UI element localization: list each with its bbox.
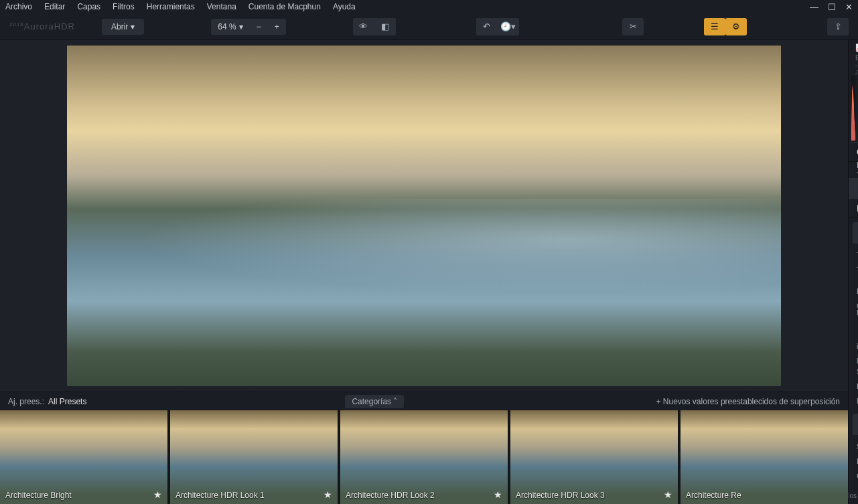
zoom-in-button[interactable]: + — [268, 19, 286, 35]
open-button[interactable]: Abrir ▾ — [102, 19, 144, 35]
image-canvas[interactable] — [67, 46, 781, 386]
filter-group-color[interactable]: Color — [853, 414, 858, 435]
layers-section-head: CAPAS —+ — [849, 142, 858, 162]
preset-item[interactable]: Architecture Re — [681, 410, 848, 504]
menu-tools[interactable]: Herramientas — [147, 2, 195, 11]
right-panel: 📈 ◇ ⓘ 2900 x 1732px | 32-bit EV -2,3,...… — [848, 40, 858, 504]
presets-set[interactable]: All Presets — [48, 397, 86, 406]
export-icon[interactable]: ⇪ — [827, 18, 849, 35]
star-icon[interactable]: ★ — [324, 489, 332, 500]
histogram-icon[interactable]: 📈 — [855, 44, 858, 52]
menu-bar: Archivo Editar Capas Filtros Herramienta… — [0, 0, 858, 13]
filters-section-head: FILTROS ⛶ ↻ Restaurar todo — [849, 198, 858, 218]
preview-icon[interactable]: 👁 — [353, 18, 374, 35]
image-metadata: EV -2,3,...,-0,3,...,+1,7|3 img|ISO 100|… — [849, 55, 858, 68]
presets-panel-icon[interactable]: ☰ — [704, 18, 725, 35]
window-close-icon[interactable]: ✕ — [845, 2, 853, 12]
menu-window[interactable]: Ventana — [207, 2, 236, 11]
presets-row: Architecture Bright★ Architecture HDR Lo… — [0, 410, 848, 504]
categories-dropdown[interactable]: Categorías ˄ — [345, 395, 404, 408]
top-toolbar: 2018AuroraHDR Abrir ▾ 64 % ▾ − + 👁 ◧ ↶ 🕘… — [0, 13, 858, 40]
menu-file[interactable]: Archivo — [5, 2, 32, 11]
menu-help[interactable]: Ayuda — [333, 2, 356, 11]
zoom-dropdown[interactable]: 64 % ▾ — [211, 19, 249, 35]
canvas-area — [0, 40, 848, 392]
presets-header: Aj. prees.: All Presets Categorías ˄ + N… — [0, 392, 848, 410]
menu-filters[interactable]: Filtros — [113, 2, 135, 11]
crop-icon[interactable]: ✂ — [622, 18, 644, 35]
layer-item[interactable]: A2018 - Sample 2.jpg 🖌 👁 — [849, 178, 858, 198]
histogram[interactable] — [851, 76, 855, 141]
preset-item[interactable]: Architecture HDR Look 3★ — [510, 410, 678, 504]
zoom-controls: 64 % ▾ − + — [211, 19, 285, 35]
app-logo: 2018AuroraHDR — [9, 21, 75, 31]
preset-item[interactable]: Architecture Bright★ — [0, 410, 167, 504]
undo-icon[interactable]: ↶ — [476, 18, 498, 35]
save-filter-preset-hint[interactable]: Guardar valores preestablecidos de filtr… — [849, 485, 858, 499]
new-overlay-presets[interactable]: + Nuevos valores preestablecidos de supe… — [656, 397, 841, 406]
menu-account[interactable]: Cuenta de Macphun — [248, 2, 321, 11]
history-icon[interactable]: 🕘▾ — [498, 18, 519, 35]
presets-label: Aj. prees.: — [8, 397, 44, 406]
preset-item[interactable]: Architecture HDR Look 2★ — [340, 410, 508, 504]
zoom-out-button[interactable]: − — [250, 19, 268, 35]
star-icon[interactable]: ★ — [664, 489, 672, 500]
menu-layers[interactable]: Capas — [77, 2, 100, 11]
compare-icon[interactable]: ◧ — [374, 18, 396, 35]
menu-edit[interactable]: Editar — [44, 2, 65, 11]
window-minimize-icon[interactable]: — — [810, 2, 818, 12]
adjust-panel-icon[interactable]: ⚙ — [725, 18, 747, 35]
window-maximize-icon[interactable]: ☐ — [828, 2, 836, 12]
star-icon[interactable]: ★ — [494, 489, 502, 500]
star-icon[interactable]: ★ — [153, 489, 162, 500]
preset-item[interactable]: Architecture HDR Look 1★ — [170, 410, 338, 504]
shadow-clip-icon[interactable]: △ — [855, 68, 858, 75]
filter-group-hdr[interactable]: HDR básico — [853, 222, 858, 244]
